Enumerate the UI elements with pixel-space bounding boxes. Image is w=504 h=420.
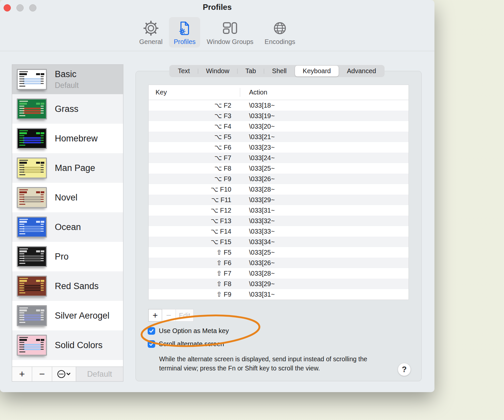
tab-tab[interactable]: Tab: [238, 66, 264, 76]
profile-row-silver-aerogel[interactable]: Silver Aerogel: [12, 301, 123, 330]
tab-keyboard[interactable]: Keyboard: [295, 66, 339, 76]
table-row[interactable]: ⇧ F5\033[25~: [149, 247, 409, 258]
table-row[interactable]: ⇧ F7\033[28~: [149, 268, 409, 279]
action-cell: \033[19~: [240, 112, 275, 120]
document-gear-icon: [177, 20, 193, 37]
tab-text[interactable]: Text: [170, 66, 198, 76]
table-row[interactable]: ⌥ F6\033[23~: [149, 142, 409, 153]
profile-name: Pro: [55, 252, 69, 262]
add-profile-button[interactable]: +: [12, 367, 32, 381]
desktop-background: Profiles: [0, 0, 504, 420]
toolbar-item-general[interactable]: General: [135, 17, 167, 48]
profile-row-red-sands[interactable]: Red Sands: [12, 271, 123, 301]
table-row[interactable]: ⌥ F13\033[32~: [149, 216, 409, 226]
profiles-sidebar: BasicDefaultGrassHomebrewMan PageNovelOc…: [12, 64, 123, 382]
action-cell: \033[29~: [240, 280, 275, 288]
action-cell: \033[28~: [240, 186, 275, 193]
action-cell: \033[32~: [240, 217, 275, 225]
key-cell: ⌥ F5: [149, 133, 240, 141]
action-cell: \033[29~: [240, 196, 275, 204]
key-action-table: Key Action ⌥ F2\033[18~⌥ F3\033[19~⌥ F4\…: [148, 85, 409, 300]
profile-row-basic[interactable]: BasicDefault: [12, 65, 123, 94]
help-button[interactable]: ?: [398, 363, 411, 376]
action-cell: \033[21~: [240, 133, 275, 141]
table-row[interactable]: ⌥ F12\033[31~: [149, 205, 409, 216]
column-header-action[interactable]: Action: [240, 89, 267, 96]
action-cell: \033[31~: [240, 291, 275, 298]
key-cell: ⌥ F13: [149, 217, 240, 225]
action-cell: \033[33~: [240, 228, 275, 235]
table-row[interactable]: ⌥ F9\033[26~: [149, 174, 409, 184]
key-cell: ⌥ F6: [149, 143, 240, 151]
profile-list: BasicDefaultGrassHomebrewMan PageNovelOc…: [12, 65, 123, 367]
key-action-table-body: ⌥ F2\033[18~⌥ F3\033[19~⌥ F4\033[20~⌥ F5…: [149, 100, 409, 300]
table-row[interactable]: ⇧ F8\033[29~: [149, 279, 409, 289]
profile-row-ocean[interactable]: Ocean: [12, 212, 123, 242]
table-row[interactable]: ⌥ F14\033[33~: [149, 226, 409, 237]
tab-shell[interactable]: Shell: [264, 66, 294, 76]
toolbar-label: Window Groups: [207, 38, 253, 46]
default-button[interactable]: Default: [76, 367, 123, 381]
tab-advanced[interactable]: Advanced: [339, 66, 384, 76]
table-row[interactable]: ⌥ F8\033[25~: [149, 163, 409, 174]
table-row[interactable]: ⌥ F15\033[34~: [149, 237, 409, 247]
key-cell: ⌥ F9: [149, 175, 240, 183]
edit-key-button[interactable]: Edit: [176, 309, 194, 322]
action-cell: \033[25~: [240, 249, 275, 256]
action-cell: \033[26~: [240, 259, 275, 267]
add-key-button[interactable]: +: [148, 309, 162, 322]
alternate-screen-help-text: While the alternate screen is displayed,…: [159, 354, 381, 373]
profile-row-solid-colors[interactable]: Solid Colors: [12, 330, 123, 360]
key-cell: ⌥ F14: [149, 227, 240, 235]
table-row[interactable]: ⇧ F9\033[31~: [149, 289, 409, 300]
table-row[interactable]: ⌥ F3\033[19~: [149, 111, 409, 121]
profile-row-homebrew[interactable]: Homebrew: [12, 124, 123, 153]
key-cell: ⌥ F7: [149, 154, 240, 162]
table-actions: + − Edit: [148, 309, 194, 322]
profile-row-grass[interactable]: Grass: [12, 94, 123, 124]
profile-name-wrap: BasicDefault: [55, 69, 79, 90]
remove-key-button[interactable]: −: [162, 309, 176, 322]
table-row[interactable]: ⌥ F2\033[18~: [149, 100, 409, 111]
profile-thumbnail: [17, 69, 47, 90]
profile-name-wrap: Grass: [55, 104, 78, 114]
profile-row-novel[interactable]: Novel: [12, 183, 123, 212]
key-cell: ⇧ F7: [149, 269, 240, 277]
toolbar-item-profiles[interactable]: Profiles: [169, 17, 200, 48]
profile-thumbnail: [17, 98, 47, 119]
key-cell: ⌥ F12: [149, 206, 240, 214]
profile-name: Ocean: [55, 222, 81, 232]
tab-window[interactable]: Window: [198, 66, 237, 76]
key-cell: ⇧ F9: [149, 290, 240, 298]
table-row[interactable]: ⌥ F4\033[20~: [149, 121, 409, 132]
scroll-alternate-screen-checkbox[interactable]: [148, 340, 155, 348]
table-row[interactable]: ⌥ F5\033[21~: [149, 132, 409, 142]
more-options-button[interactable]: [52, 367, 76, 381]
profile-thumbnail: [17, 276, 47, 297]
table-row[interactable]: ⌥ F10\033[28~: [149, 184, 409, 195]
profile-list-controls: + − Default: [12, 367, 123, 381]
action-cell: \033[23~: [240, 144, 275, 151]
table-row[interactable]: ⇧ F6\033[26~: [149, 258, 409, 268]
key-cell: ⇧ F6: [149, 259, 240, 267]
window-title: Profiles: [0, 3, 434, 12]
toolbar-item-window-groups[interactable]: Window Groups: [202, 17, 258, 48]
column-header-key[interactable]: Key: [149, 89, 240, 96]
profile-row-pro[interactable]: Pro: [12, 242, 123, 271]
profile-subtitle: Default: [55, 81, 79, 90]
profile-name-wrap: Ocean: [55, 222, 81, 232]
table-row[interactable]: ⌥ F11\033[29~: [149, 195, 409, 205]
profile-name-wrap: Red Sands: [55, 281, 99, 291]
column-divider: [240, 88, 240, 97]
toolbar-item-encodings[interactable]: Encodings: [260, 17, 300, 48]
use-option-as-meta-key-row: Use Option as Meta key: [148, 327, 229, 335]
profile-name-wrap: Man Page: [55, 163, 95, 173]
profile-row-man-page[interactable]: Man Page: [12, 153, 123, 183]
profile-thumbnail: [17, 335, 47, 356]
profile-name: Solid Colors: [55, 340, 103, 350]
preferences-window: Profiles: [0, 0, 434, 392]
remove-profile-button[interactable]: −: [32, 367, 52, 381]
use-option-as-meta-key-checkbox[interactable]: [148, 327, 155, 335]
table-row[interactable]: ⌥ F7\033[24~: [149, 153, 409, 163]
key-cell: ⌥ F15: [149, 238, 240, 246]
